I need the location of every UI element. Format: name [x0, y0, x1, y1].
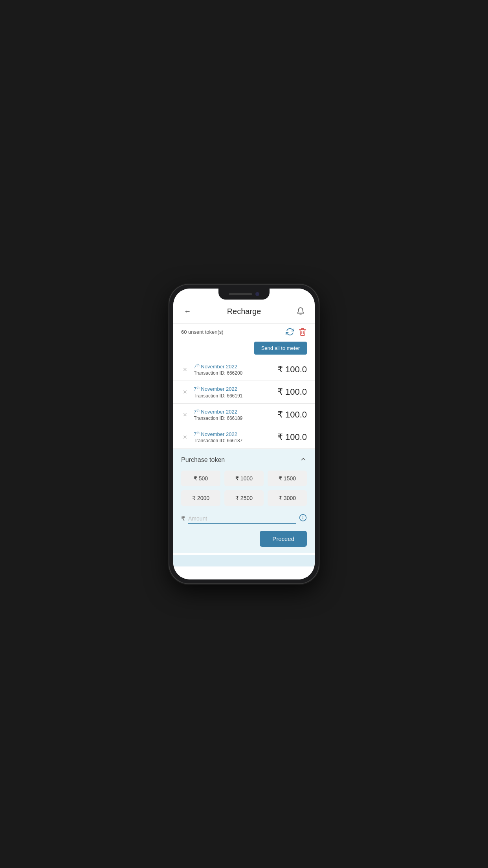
amount-preset-1000[interactable]: ₹ 1000 — [224, 471, 264, 486]
transaction-date-0: 7th November 2022 — [194, 363, 277, 370]
trash-icon — [298, 327, 307, 336]
amount-preset-500[interactable]: ₹ 500 — [181, 471, 220, 486]
page-title: Recharge — [227, 307, 261, 316]
back-arrow-icon: ← — [184, 307, 191, 316]
transactions-list: ✕ 7th November 2022 Transaction ID: 6662… — [173, 359, 315, 449]
camera — [255, 292, 259, 296]
transaction-date-2: 7th November 2022 — [194, 408, 277, 415]
unsent-actions — [286, 327, 307, 336]
screen-content: ← Recharge 60 unsent token(s) — [173, 289, 315, 579]
notch — [218, 289, 270, 300]
send-all-button[interactable]: Send all to meter — [254, 342, 307, 355]
table-row: ✕ 7th November 2022 Transaction ID: 6662… — [173, 359, 315, 381]
amount-presets-grid: ₹ 500 ₹ 1000 ₹ 1500 ₹ 2000 ₹ 2500 ₹ 3000 — [173, 471, 315, 511]
remove-transaction-button-3[interactable]: ✕ — [181, 433, 189, 441]
amount-input[interactable] — [188, 514, 296, 524]
table-row: ✕ 7th November 2022 Transaction ID: 6661… — [173, 426, 315, 449]
refresh-icon — [286, 327, 294, 336]
info-icon[interactable] — [299, 514, 307, 524]
transaction-amount-3: ₹ 100.0 — [277, 432, 307, 442]
transaction-details-0: 7th November 2022 Transaction ID: 666200 — [194, 363, 277, 376]
refresh-button[interactable] — [286, 327, 294, 336]
rupee-symbol: ₹ — [181, 515, 185, 522]
transaction-amount-0: ₹ 100.0 — [277, 364, 307, 375]
remove-transaction-button-2[interactable]: ✕ — [181, 411, 189, 419]
transaction-details-3: 7th November 2022 Transaction ID: 666187 — [194, 431, 277, 443]
transaction-date-1: 7th November 2022 — [194, 386, 277, 392]
proceed-row: Proceed — [173, 529, 315, 553]
phone-screen: ← Recharge 60 unsent token(s) — [173, 289, 315, 579]
send-all-row: Send all to meter — [173, 340, 315, 359]
transaction-id-1: Transaction ID: 666191 — [194, 393, 277, 399]
amount-preset-3000[interactable]: ₹ 3000 — [268, 490, 307, 506]
delete-button[interactable] — [298, 327, 307, 336]
remove-transaction-button-1[interactable]: ✕ — [181, 388, 189, 396]
amount-input-row: ₹ — [173, 511, 315, 529]
phone-shell: ← Recharge 60 unsent token(s) — [169, 285, 319, 583]
amount-preset-1500[interactable]: ₹ 1500 — [268, 471, 307, 486]
table-row: ✕ 7th November 2022 Transaction ID: 6661… — [173, 404, 315, 426]
amount-preset-2000[interactable]: ₹ 2000 — [181, 490, 220, 506]
remove-transaction-button-0[interactable]: ✕ — [181, 366, 189, 373]
unsent-count-label: 60 unsent token(s) — [181, 329, 224, 335]
transaction-date-3: 7th November 2022 — [194, 431, 277, 437]
table-row: ✕ 7th November 2022 Transaction ID: 6661… — [173, 381, 315, 403]
transaction-amount-2: ₹ 100.0 — [277, 410, 307, 420]
unsent-tokens-bar: 60 unsent token(s) — [173, 324, 315, 340]
transaction-id-0: Transaction ID: 666200 — [194, 370, 277, 376]
transaction-details-2: 7th November 2022 Transaction ID: 666189 — [194, 408, 277, 421]
proceed-button[interactable]: Proceed — [260, 531, 307, 547]
bell-icon — [296, 307, 305, 316]
purchase-token-title: Purchase token — [181, 456, 225, 463]
speaker — [229, 293, 252, 295]
chevron-up-icon — [300, 456, 307, 464]
purchase-token-section: Purchase token ₹ 500 ₹ 1000 ₹ 1500 ₹ 200… — [173, 449, 315, 553]
bottom-bar — [173, 555, 315, 566]
transaction-id-2: Transaction ID: 666189 — [194, 416, 277, 421]
back-button[interactable]: ← — [181, 305, 194, 318]
notification-bell-button[interactable] — [294, 305, 307, 318]
transaction-id-3: Transaction ID: 666187 — [194, 438, 277, 443]
amount-preset-2500[interactable]: ₹ 2500 — [224, 490, 264, 506]
purchase-token-header[interactable]: Purchase token — [173, 449, 315, 471]
transaction-details-1: 7th November 2022 Transaction ID: 666191 — [194, 386, 277, 398]
header: ← Recharge — [173, 301, 315, 323]
transaction-amount-1: ₹ 100.0 — [277, 387, 307, 397]
